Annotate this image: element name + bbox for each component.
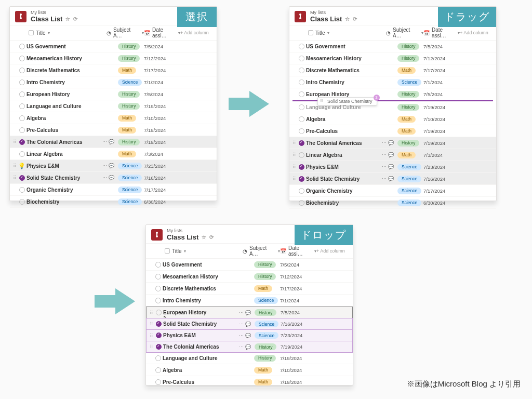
list-row[interactable]: ⠿Algebra⋯💬Math7/10/2024 — [10, 112, 217, 124]
list-row[interactable]: ⠿Language and Culture⋯💬History7/19/2024 — [146, 352, 353, 364]
more-icon[interactable]: ⋯ — [382, 176, 387, 181]
row-checkbox[interactable] — [17, 175, 26, 181]
col-date[interactable]: 📅Date assi…▾ — [144, 27, 180, 38]
list-row[interactable]: ⠿Solid State Chemistry⋯💬Science7/16/2024 — [10, 172, 217, 184]
star-icon[interactable]: ☆ — [345, 16, 350, 22]
comment-icon[interactable]: 💬 — [388, 176, 394, 181]
row-title[interactable]: Language and Culture — [306, 104, 382, 110]
comment-icon[interactable]: 💬 — [245, 344, 251, 350]
list-row[interactable]: ⠿The Colonial Americas⋯💬History7/19/2024 — [10, 136, 217, 148]
row-title[interactable]: European History — [306, 91, 382, 97]
row-checkbox[interactable] — [17, 127, 26, 133]
row-checkbox[interactable] — [17, 103, 26, 109]
row-actions[interactable]: ⋯💬 — [382, 176, 397, 181]
row-title[interactable]: Discrete Mathematics — [306, 68, 382, 73]
row-title[interactable]: US Government — [26, 44, 102, 49]
breadcrumb[interactable]: My lists — [167, 228, 214, 233]
list-row[interactable]: ⠿Algebra⋯💬Math7/10/2024 — [146, 364, 353, 376]
row-actions[interactable]: ⋯💬 — [382, 164, 397, 169]
star-icon[interactable]: ☆ — [65, 16, 70, 22]
refresh-icon[interactable]: ⟳ — [73, 16, 77, 22]
row-actions[interactable]: ⋯💬 — [239, 322, 255, 327]
row-title[interactable]: Physics E&M — [306, 164, 382, 170]
row-title[interactable]: Discrete Mathematics — [26, 68, 102, 73]
row-checkbox[interactable] — [154, 332, 163, 338]
list-row[interactable]: ⠿European History⋯💬History7/5/2024↖ — [146, 307, 353, 318]
list-row[interactable]: ⠿Mesoamerican History⋯💬History7/12/2024 — [10, 52, 217, 64]
drag-handle-icon[interactable]: ⠿ — [13, 139, 17, 144]
more-icon[interactable]: ⋯ — [239, 344, 244, 350]
drag-handle-icon[interactable]: ⠿ — [13, 163, 17, 168]
row-checkbox[interactable] — [297, 164, 306, 170]
row-title[interactable]: Pre-Calculus — [26, 127, 102, 133]
row-actions[interactable]: ⋯💬 — [382, 140, 397, 145]
row-actions[interactable]: ⋯💬 — [102, 139, 118, 144]
more-icon[interactable]: ⋯ — [239, 310, 244, 315]
list-row[interactable]: ⠿Linear Algebra⋯💬Math7/3/2024 — [10, 148, 217, 160]
drag-handle-icon[interactable]: ⠿ — [150, 310, 154, 315]
row-title[interactable]: Pre-Calculus — [163, 379, 238, 385]
row-checkbox[interactable] — [154, 321, 163, 327]
row-actions[interactable]: ⋯💬 — [239, 310, 255, 315]
col-subject[interactable]: ◔Subject A…▾ — [243, 245, 280, 257]
row-actions[interactable]: ⋯💬 — [102, 175, 118, 180]
list-row[interactable]: ⠿Organic Chemistry⋯💬Science7/17/2024 — [289, 185, 496, 197]
drag-handle-icon[interactable]: ⠿ — [292, 152, 297, 157]
refresh-icon[interactable]: ⟳ — [353, 16, 357, 22]
row-title[interactable]: Organic Chemistry — [306, 188, 382, 194]
list-row[interactable]: ⠿The Colonial Americas⋯💬History7/19/2024 — [146, 341, 353, 353]
breadcrumb[interactable]: My lists — [310, 10, 357, 15]
row-checkbox[interactable] — [153, 379, 163, 385]
star-icon[interactable]: ☆ — [202, 234, 206, 240]
comment-icon[interactable]: 💬 — [245, 322, 251, 327]
add-column[interactable]: + Add column — [460, 30, 496, 35]
row-title[interactable]: Intro Chemistry — [26, 79, 102, 85]
drag-handle-icon[interactable]: ⠿ — [292, 140, 297, 145]
row-checkbox[interactable] — [17, 68, 26, 73]
row-checkbox[interactable] — [154, 344, 163, 350]
col-title[interactable]: Title▾ — [29, 30, 107, 36]
row-title[interactable]: The Colonial Americas — [163, 344, 239, 350]
list-row[interactable]: ⠿Intro Chemistry⋯💬Science7/1/2024 — [289, 76, 496, 88]
more-icon[interactable]: ⋯ — [382, 152, 387, 157]
comment-icon[interactable]: 💬 — [388, 152, 394, 157]
comment-icon[interactable]: 💬 — [109, 175, 114, 180]
row-title[interactable]: Physics E&M — [26, 163, 102, 169]
drag-handle-icon[interactable]: ⠿ — [150, 322, 154, 327]
row-title[interactable]: Intro Chemistry — [306, 79, 382, 85]
drag-handle-icon[interactable]: ⠿ — [292, 176, 297, 181]
row-title[interactable]: Solid State Chemistry — [163, 321, 239, 327]
row-checkbox[interactable] — [297, 200, 306, 206]
col-date[interactable]: 📅Date assi…▾ — [423, 27, 460, 38]
list-row[interactable]: ⠿Mesoamerican History⋯💬History7/12/2024 — [289, 52, 496, 64]
row-actions[interactable]: ⋯💬 — [239, 333, 255, 338]
list-row[interactable]: ⠿Discrete Mathematics⋯💬Math7/17/2024 — [146, 283, 353, 295]
list-row[interactable]: ⠿Language and Culture⋯💬History7/19/2024 — [10, 100, 217, 112]
row-checkbox[interactable] — [153, 367, 163, 373]
more-icon[interactable]: ⋯ — [239, 333, 244, 338]
row-checkbox[interactable] — [297, 56, 306, 61]
col-title[interactable]: Title▾ — [165, 248, 243, 254]
row-title[interactable]: US Government — [306, 44, 382, 49]
row-actions[interactable]: ⋯💬 — [239, 344, 255, 350]
row-checkbox[interactable] — [297, 68, 306, 73]
row-checkbox[interactable] — [297, 140, 306, 146]
row-title[interactable]: The Colonial Americas — [26, 139, 102, 145]
row-title[interactable]: Algebra — [163, 367, 238, 373]
row-checkbox[interactable] — [153, 286, 163, 291]
comment-icon[interactable]: 💬 — [245, 333, 251, 338]
row-checkbox[interactable] — [297, 79, 306, 85]
more-icon[interactable]: ⋯ — [382, 164, 387, 169]
comment-icon[interactable]: 💬 — [388, 164, 394, 169]
refresh-icon[interactable]: ⟳ — [209, 234, 214, 240]
row-actions[interactable]: ⋯💬 — [382, 152, 397, 157]
row-actions[interactable]: ⋯💬 — [102, 163, 118, 168]
list-row[interactable]: ⠿Linear Algebra⋯💬Math7/3/2024 — [289, 149, 496, 161]
row-checkbox[interactable] — [153, 274, 163, 280]
row-title[interactable]: Physics E&M — [163, 332, 239, 338]
row-title[interactable]: European History — [163, 310, 239, 315]
list-row[interactable]: ⠿US Government⋯💬History7/5/2024 — [10, 41, 217, 52]
col-date[interactable]: 📅Date assi…▾ — [280, 245, 316, 257]
row-title[interactable]: European History — [26, 91, 102, 97]
more-icon[interactable]: ⋯ — [382, 140, 387, 145]
